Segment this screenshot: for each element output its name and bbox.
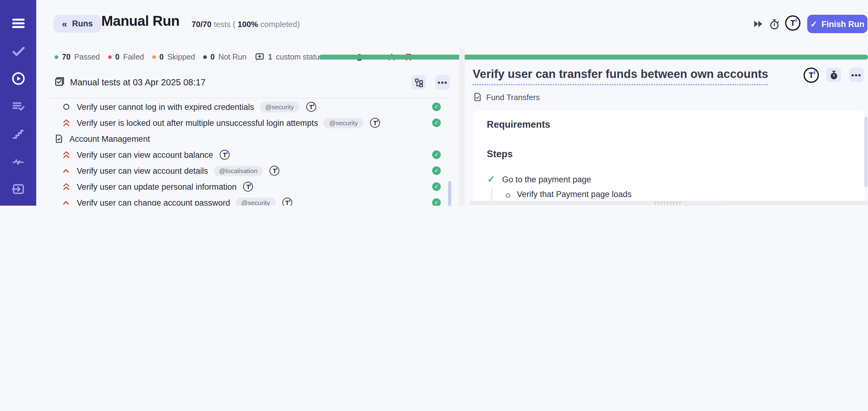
test-detail-card: Requirements Steps ✓ Go to the payment p…: [473, 110, 865, 201]
test-run-app: T « Runs Manual Run 70/70 tests ( 100% c…: [0, 0, 868, 205]
status-stat-skipped: 0Skipped: [152, 53, 195, 61]
steps-heading: Steps: [487, 149, 513, 160]
tag-chip: @security: [323, 118, 363, 128]
test-label: Verify user can update personal informat…: [77, 182, 237, 191]
detail-scrollbar[interactable]: [864, 117, 867, 187]
timer-button[interactable]: [826, 67, 841, 82]
tag-chip: @security: [260, 102, 300, 112]
test-label: Verify user can view account details: [77, 166, 208, 175]
status-dot-icon: [108, 55, 112, 59]
automation-badge-icon: T: [282, 198, 292, 205]
page-title: Manual Run: [101, 13, 180, 29]
runs-play-icon[interactable]: [11, 71, 26, 86]
passed-check-icon: ✓: [432, 182, 441, 191]
status-dot-icon: [203, 55, 207, 59]
status-dot-icon: [55, 55, 58, 59]
horizontal-divider-grip[interactable]: [654, 201, 681, 205]
test-list: Verify user cannot log in with expired c…: [50, 99, 450, 205]
test-row[interactable]: Verify user can update personal informat…: [50, 179, 450, 195]
priority-none-icon: [61, 103, 71, 110]
status-stat-not-run: 0Not Run: [203, 53, 247, 61]
test-label: Verify user is locked out after multiple…: [77, 118, 318, 127]
menu-icon[interactable]: [11, 16, 26, 31]
test-row[interactable]: Verify user can change account password@…: [50, 195, 450, 205]
passed-check-icon: ✓: [432, 150, 441, 159]
tag-chip: @localisation: [214, 165, 263, 176]
requirements-heading: Requirements: [487, 119, 550, 130]
milestones-steps-icon[interactable]: [11, 126, 26, 141]
detail-more-button[interactable]: •••: [849, 67, 864, 82]
status-stat-passed: 70Passed: [55, 53, 100, 61]
substep-bullet-icon: [506, 193, 510, 198]
step-text: Go to the payment page: [502, 175, 591, 184]
suite-row[interactable]: Account Management: [50, 131, 450, 147]
custom-count: 1: [268, 53, 272, 61]
priority-highest-icon: [61, 182, 71, 191]
sidebar: T: [0, 0, 36, 205]
status-stat-failed: 0Failed: [108, 53, 144, 61]
panel-splitter[interactable]: [459, 48, 465, 205]
test-list-scrollbar[interactable]: [448, 181, 451, 205]
breadcrumb[interactable]: Fund Transfers: [473, 92, 540, 102]
priority-high-icon: [61, 167, 71, 175]
test-row[interactable]: Verify user cannot log in with expired c…: [50, 99, 450, 115]
test-label: Verify user can change account password: [77, 198, 230, 205]
attachment-pdf-thumbnail[interactable]: [684, 205, 722, 205]
step-indent-line: [491, 188, 492, 201]
comment-plus-icon: [254, 52, 264, 62]
step-passed-check-icon: ✓: [487, 174, 495, 185]
list-divider: [50, 98, 450, 98]
more-options-button[interactable]: •••: [435, 75, 450, 90]
test-row[interactable]: Verify user can view account balanceT✓: [50, 147, 450, 163]
back-to-runs-label: Runs: [72, 19, 93, 28]
automation-badge-icon[interactable]: T: [804, 67, 819, 83]
tests-word: tests (: [212, 20, 238, 29]
pulse-icon[interactable]: [11, 154, 26, 169]
completed-word: completed): [258, 20, 300, 29]
substep-text: Verify that Payment page loads: [517, 190, 632, 199]
test-label: Verify user cannot log in with expired c…: [77, 102, 254, 112]
passed-check-icon: ✓: [432, 119, 441, 127]
automation-badge-icon: T: [306, 102, 316, 112]
automation-badge-icon: T: [370, 118, 380, 128]
test-detail-panel: Verify user can transfer funds between o…: [470, 0, 868, 205]
automation-badge-icon: T: [243, 182, 253, 192]
automation-badge-icon: T: [220, 150, 229, 160]
checklist-icon: [54, 75, 66, 87]
test-row[interactable]: Verify user can view account details@loc…: [50, 163, 450, 179]
automation-badge-icon: T: [270, 166, 280, 176]
passed-check-icon: ✓: [432, 102, 441, 111]
test-title[interactable]: Verify user can transfer funds between o…: [473, 67, 768, 85]
document-check-icon: [473, 92, 482, 102]
sign-in-icon[interactable]: [11, 182, 26, 196]
suite-label: Account Management: [69, 134, 150, 143]
priority-highest-icon: [61, 119, 71, 127]
test-row[interactable]: Verify user is locked out after multiple…: [50, 115, 450, 131]
tag-chip: @security: [236, 197, 276, 205]
tests-count: 70/70: [191, 20, 212, 29]
priority-high-icon: [61, 198, 71, 205]
completion-percent: 100%: [238, 20, 258, 29]
status-dot-icon: [152, 55, 156, 59]
passed-check-icon: ✓: [432, 198, 441, 205]
suite-name: Fund Transfers: [486, 92, 540, 102]
back-to-runs-button[interactable]: « Runs: [53, 15, 101, 33]
run-progress-summary: 70/70 tests ( 100% completed): [191, 20, 300, 29]
status-counts: 70Passed0Failed0Skipped0Not Run: [55, 53, 246, 61]
priority-highest-icon: [61, 150, 71, 159]
chevrons-left-icon: «: [62, 19, 67, 29]
document-check-icon: [54, 134, 64, 144]
test-label: Verify user can view account balance: [77, 150, 213, 159]
passed-check-icon: ✓: [432, 166, 441, 175]
suite-run-title: Manual tests at 03 Apr 2025 08:17: [70, 77, 206, 87]
tests-check-icon[interactable]: [11, 43, 26, 58]
tree-view-button[interactable]: [411, 75, 426, 90]
test-plans-icon[interactable]: [11, 99, 26, 114]
